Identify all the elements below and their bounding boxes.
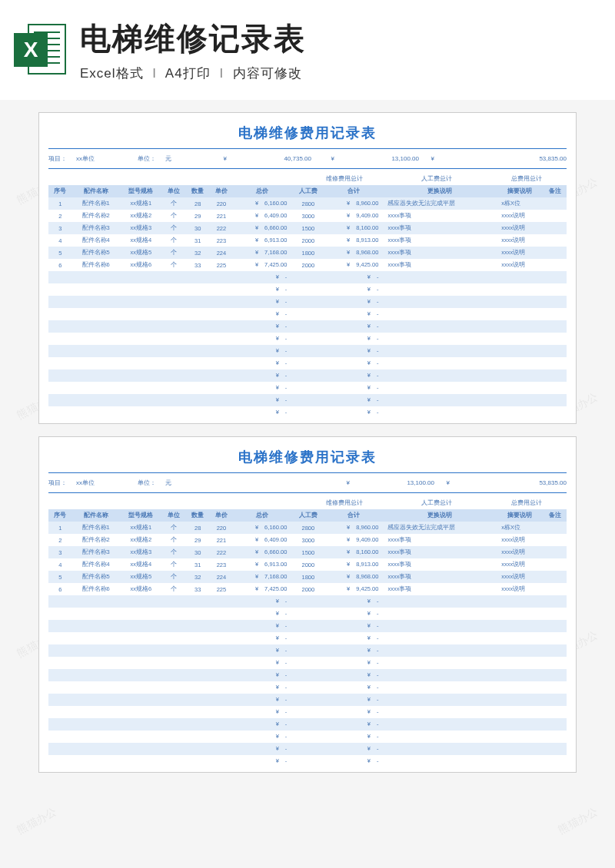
cell (48, 382, 72, 394)
cell (162, 333, 186, 345)
labor-total-value: 13,100.00 (350, 479, 434, 486)
cell: xx规格3 (120, 222, 162, 234)
cell (497, 608, 543, 620)
cell (48, 406, 72, 419)
cell: 31 (186, 558, 210, 571)
cell (48, 595, 72, 608)
cell (186, 296, 210, 308)
grand-total-label: 总费用总计 (487, 174, 567, 183)
cell: xxxx说明 (497, 247, 543, 259)
cell: ¥ - (324, 620, 383, 632)
cell (210, 283, 234, 296)
cell: xx规格1 (120, 197, 162, 210)
cell (543, 296, 567, 308)
col-header: 单位 (162, 509, 186, 522)
cell (210, 296, 234, 308)
cell: xx规格3 (120, 546, 162, 558)
records-table: 序号配件名称型号规格单位数量单价总价人工费合计更换说明摘要说明备注 1配件名称1… (48, 185, 567, 419)
cell (210, 406, 234, 419)
cell (120, 345, 162, 357)
cell: 5 (48, 247, 72, 259)
cell: ¥ 6,160.00 (233, 522, 291, 534)
cell (543, 357, 567, 369)
cell (383, 644, 497, 657)
cell: ¥ - (233, 706, 291, 718)
cell (543, 595, 567, 608)
cell (48, 308, 72, 320)
cell (72, 345, 120, 357)
cell (291, 333, 324, 345)
unit-label: 单位： (138, 154, 165, 163)
cell (120, 681, 162, 694)
cell: ¥ - (324, 657, 383, 669)
cell (162, 718, 186, 731)
cell (291, 320, 324, 333)
cell (120, 718, 162, 731)
cell (543, 308, 567, 320)
cell (291, 644, 324, 657)
col-header: 数量 (186, 185, 210, 197)
cell: ¥ - (233, 308, 291, 320)
cell (162, 743, 186, 755)
unit-value: 元 (165, 154, 211, 163)
cell: ¥ - (233, 283, 291, 296)
cell (162, 731, 186, 743)
cell: ¥ - (233, 620, 291, 632)
cell: ¥ - (324, 394, 383, 406)
cell: xxxx说明 (497, 571, 543, 583)
divider (48, 148, 567, 149)
cell: ¥ 6,660.00 (233, 222, 291, 234)
col-header: 配件名称 (72, 185, 120, 197)
cell (186, 608, 210, 620)
cell (210, 608, 234, 620)
cell (383, 731, 497, 743)
cell: 1800 (291, 571, 324, 583)
cell (120, 731, 162, 743)
table-row-empty: ¥ -¥ - (48, 669, 567, 681)
cell (48, 694, 72, 706)
cell: xxxx事项 (383, 534, 497, 546)
cell: ¥ - (324, 406, 383, 419)
cell: ¥ - (324, 382, 383, 394)
cell (291, 706, 324, 718)
table-row-empty: ¥ -¥ - (48, 755, 567, 767)
cell: ¥ - (233, 296, 291, 308)
cell (186, 743, 210, 755)
cell: 2 (48, 210, 72, 222)
cell (162, 608, 186, 620)
cell (543, 546, 567, 558)
table-row: 6配件名称6xx规格6个33225¥ 7,425.002000¥ 9,425.0… (48, 259, 567, 271)
cell (210, 731, 234, 743)
cell (186, 694, 210, 706)
cell (210, 657, 234, 669)
table-row-empty: ¥ -¥ - (48, 718, 567, 731)
unit-label: 单位： (138, 479, 165, 487)
cell (291, 283, 324, 296)
cell: 28 (186, 197, 210, 210)
cell (383, 308, 497, 320)
cell: ¥ 6,660.00 (233, 546, 291, 558)
cell (186, 308, 210, 320)
cell (120, 283, 162, 296)
cell: xx规格5 (120, 247, 162, 259)
cell (497, 632, 543, 644)
cell (186, 382, 210, 394)
cell (120, 320, 162, 333)
cell (497, 620, 543, 632)
col-header: 合计 (324, 185, 383, 197)
cell (186, 718, 210, 731)
cell: xxxx说明 (497, 558, 543, 571)
cell (120, 669, 162, 681)
cell (120, 755, 162, 767)
cell (186, 369, 210, 382)
cell (120, 271, 162, 283)
separator-icon: I (219, 66, 224, 81)
cell: 4 (48, 558, 72, 571)
cell (210, 743, 234, 755)
col-header: 人工费 (291, 509, 324, 522)
cell: ¥ - (233, 681, 291, 694)
cell (162, 283, 186, 296)
cell (72, 731, 120, 743)
cell (543, 669, 567, 681)
cell (291, 694, 324, 706)
